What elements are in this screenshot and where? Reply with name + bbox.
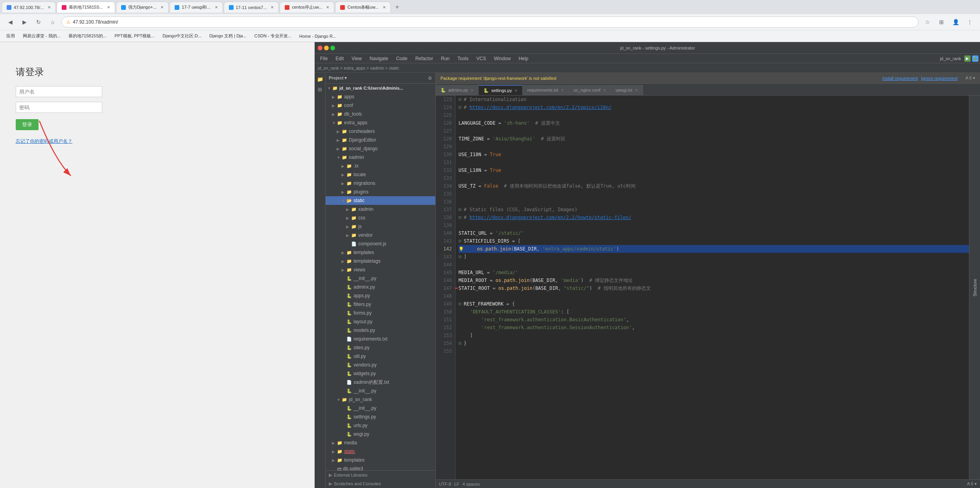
tree-jd-sn-rank[interactable]: ▼📁jd_sn_rank [326, 395, 435, 404]
menu-edit[interactable]: Edit [332, 54, 348, 63]
tab-requirements[interactable]: requirements.txt ✕ [523, 85, 569, 95]
structure-label[interactable]: Structure [973, 279, 977, 296]
tab-close-6[interactable]: ✕ [326, 5, 329, 9]
tree-conf[interactable]: ▶📁conf [326, 101, 435, 110]
tree-db-sqlite[interactable]: ▶🗃db.sqlite3 [326, 464, 435, 470]
tree-widgets-py[interactable]: ▶🐍widgets.py [326, 369, 435, 378]
bookmark-django-cn[interactable]: Django中文社区:D... [159, 32, 204, 41]
tree-layout-py[interactable]: ▶🐍layout.py [326, 317, 435, 326]
tab-uwsgi-close[interactable]: ✕ [635, 88, 638, 92]
back-button[interactable]: ◀ [5, 17, 16, 28]
refresh-button[interactable]: ↻ [33, 17, 44, 28]
tree-init-py-2[interactable]: ▶🐍__init__.py [326, 387, 435, 395]
ignore-requirement-btn[interactable]: Ignore requirement [921, 76, 958, 81]
win-max-btn[interactable] [330, 46, 335, 50]
address-bar[interactable]: ⚠ 47.92.100.78/xadmin/ [61, 17, 919, 28]
tree-js[interactable]: ▶📁js [326, 222, 435, 231]
tree-apps-py[interactable]: ▶🐍apps.py [326, 291, 435, 300]
tree-db-tools[interactable]: ▶📁db_tools [326, 110, 435, 118]
bookmark-ppt[interactable]: PPT模板, PPT模板... [111, 32, 158, 41]
tab-nginx-close[interactable]: ✕ [603, 88, 606, 92]
password-input[interactable] [16, 102, 102, 113]
browser-tab-5[interactable]: 17-11 centos7... ✕ [224, 2, 279, 13]
menu-vcs[interactable]: VCS [472, 54, 490, 63]
tree-jd-init[interactable]: ▶🐍__init__.py [326, 404, 435, 412]
menu-code[interactable]: Code [392, 54, 411, 63]
tree-css[interactable]: ▶📁css [326, 214, 435, 222]
forgot-link[interactable]: 忘记了你的密码或用户名？ [16, 138, 299, 145]
code-content[interactable]: ⊡ # Internationalization ⊡ # https://doc… [455, 96, 969, 479]
new-tab-button[interactable]: + [392, 2, 403, 13]
tree-adminx-py[interactable]: ▶🐍adminx.py [326, 283, 435, 291]
tree-locale[interactable]: ▶📁locale [326, 170, 435, 179]
tree-component-js[interactable]: ▶📄component.js [326, 239, 435, 248]
tree-root[interactable]: ▼ 📁 jd_sn_rank C:\Users\Adminis... [326, 84, 435, 92]
run-button[interactable]: ▶ [964, 55, 971, 62]
browser-tab-3[interactable]: 强力Django+... ✕ [116, 2, 169, 13]
tree-corsheaders[interactable]: ▶📁corsheaders [326, 127, 435, 136]
tree-xadmin-config[interactable]: ▶📄xadmin的配置.txt [326, 378, 435, 387]
bookmark-apps[interactable]: 应用 [3, 32, 18, 41]
tree-req-txt[interactable]: ▶📄requirements.txt [326, 335, 435, 343]
tab-uwsgi[interactable]: uwsgi.ini ✕ [611, 85, 643, 95]
install-requirement-btn[interactable]: Install requirement [882, 76, 918, 81]
browser-tab-1[interactable]: 47.92.100.78/... ✕ [2, 2, 56, 13]
tree-filters-py[interactable]: ▶🐍filters.py [326, 300, 435, 309]
bookmark-star[interactable]: ☆ [922, 17, 933, 28]
home-button[interactable]: ⌂ [47, 17, 58, 28]
menu-help[interactable]: Help [515, 54, 532, 63]
menu-tools[interactable]: Tools [453, 54, 472, 63]
tab-requirements-close[interactable]: ✕ [561, 88, 564, 92]
bookmark-django-home[interactable]: Home - Django R... [296, 32, 339, 41]
tree-media[interactable]: ▶📁media [326, 438, 435, 447]
tree-templates[interactable]: ▶📁templates [326, 248, 435, 257]
tree-vendors-py[interactable]: ▶🐍vendors.py [326, 361, 435, 369]
bookmark-mudi[interactable]: 慕的地715815S的... [65, 32, 110, 41]
tree-extra-apps[interactable]: ▼📁extra_apps [326, 118, 435, 127]
login-button[interactable]: 登录 [16, 119, 39, 130]
tree-static-root[interactable]: ▶📁static [326, 447, 435, 456]
bookmark-csdn[interactable]: CSDN - 专业开发... [251, 32, 295, 41]
tab-adminx[interactable]: 🐍 adminx.py ✕ [436, 85, 479, 95]
menu-navigate[interactable]: Navigate [366, 54, 392, 63]
profile-btn[interactable]: 👤 [950, 17, 961, 28]
tree-views[interactable]: ▶📁views [326, 265, 435, 274]
tree-forms-py[interactable]: ▶🐍forms.py [326, 309, 435, 317]
extensions-btn[interactable]: ⊞ [936, 17, 947, 28]
bookmark-django-doc[interactable]: Django 文档 | Dja... [206, 32, 250, 41]
tab-close-4[interactable]: ✕ [215, 5, 218, 9]
scratches-item[interactable]: ▶ Scratches and Consoles [326, 479, 435, 488]
win-min-btn[interactable] [324, 46, 329, 50]
bookmark-wangyi[interactable]: 网易云课堂 - 我的... [20, 32, 64, 41]
forward-button[interactable]: ▶ [19, 17, 30, 28]
structure-icon[interactable]: ⊞ [315, 85, 325, 94]
tree-settings[interactable]: ▶🐍settings.py [326, 412, 435, 421]
tree-tx[interactable]: ▶📁.tx [326, 162, 435, 170]
tree-social-django[interactable]: ▶📁social_django [326, 144, 435, 153]
menu-file[interactable]: File [316, 54, 332, 63]
tab-close-1[interactable]: ✕ [48, 5, 51, 9]
tree-models-py[interactable]: ▶🐍models.py [326, 326, 435, 335]
username-input[interactable] [16, 86, 102, 97]
tree-templates-root[interactable]: ▶📁templates [326, 456, 435, 464]
tree-plugins[interactable]: ▶📁plugins [326, 188, 435, 196]
tab-close-2[interactable]: ✕ [107, 5, 110, 9]
debug-button[interactable]: 🐛 [972, 55, 978, 62]
tab-close-3[interactable]: ✕ [160, 5, 164, 9]
tree-xadmin[interactable]: ▼📁xadmin [326, 153, 435, 162]
tree-templatetags[interactable]: ▶📁templatetags [326, 257, 435, 265]
tab-close-7[interactable]: ✕ [383, 5, 386, 9]
browser-tab-6[interactable]: centos停止uw... ✕ [280, 2, 334, 13]
browser-tab-4[interactable]: 17-7 uwsgi和... ✕ [169, 2, 223, 13]
tree-static-selected[interactable]: ▼📂static [326, 196, 435, 205]
tree-migrations[interactable]: ▶📁migrations [326, 179, 435, 188]
project-icon[interactable]: 📁 [315, 74, 325, 84]
tree-util-py[interactable]: ▶🐍util.py [326, 352, 435, 361]
tree-urls[interactable]: ▶🐍urls.py [326, 421, 435, 430]
menu-run[interactable]: Run [437, 54, 453, 63]
tree-sites-py[interactable]: ▶🐍sites.py [326, 343, 435, 352]
menu-window[interactable]: Window [490, 54, 515, 63]
tree-init-py[interactable]: ▶🐍__init__.py [326, 274, 435, 283]
tab-adminx-close[interactable]: ✕ [470, 88, 473, 92]
tab-settings-close[interactable]: ✕ [514, 88, 518, 93]
